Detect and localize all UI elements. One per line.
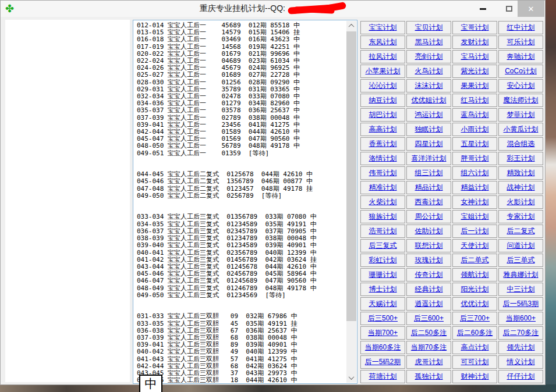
- plan-button-link[interactable]: 当期700+: [368, 328, 398, 338]
- plan-button-link[interactable]: 混合组选: [507, 139, 535, 149]
- plan-button[interactable]: 后三500+: [360, 312, 405, 325]
- plan-button-link[interactable]: 优优计划: [461, 299, 489, 309]
- plan-button-link[interactable]: 专家计划: [507, 212, 535, 222]
- plan-button[interactable]: 优优计划: [452, 297, 497, 311]
- plan-button[interactable]: 精准计划: [360, 181, 405, 194]
- plan-button[interactable]: 优优姐计划: [406, 94, 451, 107]
- plan-button[interactable]: 天使计划: [452, 239, 497, 252]
- plan-button[interactable]: 蓝鸟计划: [452, 108, 497, 122]
- plan-button-link[interactable]: 后三700+: [460, 313, 490, 323]
- plan-button-link[interactable]: 沫沫计划: [415, 81, 443, 91]
- plan-button-link[interactable]: 洛情计划: [369, 154, 397, 163]
- plan-button-link[interactable]: 精致计划: [507, 168, 535, 178]
- plan-button-link[interactable]: 魔法师计划: [504, 95, 539, 105]
- plan-button[interactable]: 后二70多注: [498, 326, 543, 340]
- plan-button[interactable]: 情义计划: [498, 355, 543, 369]
- plan-button[interactable]: 逍遥计划: [406, 297, 451, 311]
- plan-button[interactable]: 后三单式: [498, 254, 543, 267]
- plan-button-link[interactable]: 紫光计划: [461, 66, 489, 76]
- plan-button[interactable]: 小苹果计划: [360, 65, 405, 78]
- plan-button[interactable]: 火影计划: [498, 195, 543, 209]
- plan-button[interactable]: 后三700+: [452, 312, 497, 325]
- plan-button-link[interactable]: 佐助计划: [415, 226, 443, 236]
- plan-button[interactable]: 宝宝计划: [360, 21, 405, 34]
- plan-button[interactable]: 浩哥计划: [360, 224, 405, 238]
- plan-button-link[interactable]: 红中计划: [507, 23, 535, 33]
- plan-button[interactable]: 拉风计划: [360, 50, 405, 63]
- plan-button-link[interactable]: 宝宝计划: [369, 23, 397, 33]
- plan-button-link[interactable]: 博士计划: [369, 284, 397, 294]
- plan-button-link[interactable]: 纳豆计划: [369, 95, 397, 105]
- plan-button[interactable]: 后二60多注: [452, 326, 497, 340]
- plan-button-link[interactable]: 后三500+: [368, 313, 398, 323]
- plan-button-link[interactable]: 精准计划: [369, 183, 397, 193]
- plan-button[interactable]: 精品计划: [406, 181, 451, 194]
- plan-button[interactable]: 亮剑计划: [406, 50, 451, 63]
- plan-button-link[interactable]: 宝马计划: [461, 52, 489, 62]
- plan-button-link[interactable]: 雅典娜计划: [504, 270, 539, 280]
- scroll-up-button[interactable]: [346, 21, 356, 31]
- plan-button-link[interactable]: 问道计划: [507, 241, 535, 251]
- plan-button-link[interactable]: 胡巴计划: [369, 110, 397, 120]
- plan-button[interactable]: 宝贝计划: [406, 21, 451, 34]
- plan-button[interactable]: 小雨计划: [452, 123, 497, 136]
- plan-button-link[interactable]: 喜洋洋计划: [412, 154, 447, 163]
- plan-output-panel[interactable]: 012-014 宝宝人工后一 45689 012期 85518 中 013-01…: [133, 20, 357, 384]
- plan-button-link[interactable]: 梦菲计划: [507, 110, 535, 120]
- plan-button[interactable]: 彩王计划: [498, 152, 543, 165]
- plan-button[interactable]: 女神计划: [452, 195, 497, 209]
- plan-button[interactable]: 阳光计划: [452, 283, 497, 296]
- plan-button-link[interactable]: 联想计划: [415, 241, 443, 251]
- titlebar[interactable]: ✤ 重庆专业挂机计划--QQ: ✕: [1, 1, 545, 17]
- minimize-button[interactable]: [474, 1, 491, 17]
- scrollbar[interactable]: [346, 21, 356, 383]
- plan-button[interactable]: 天赐计划: [360, 297, 405, 311]
- plan-button-link[interactable]: 西毒计划: [415, 197, 443, 207]
- plan-button[interactable]: 问道计划: [498, 239, 543, 252]
- plan-button-link[interactable]: 天赐计划: [369, 299, 397, 309]
- plan-button-link[interactable]: 当期600+: [506, 313, 536, 323]
- plan-button-link[interactable]: 独眠计划: [415, 124, 443, 134]
- plan-button[interactable]: 西毒计划: [406, 195, 451, 209]
- plan-button[interactable]: 后三复式: [360, 239, 405, 252]
- plan-button[interactable]: 珊珊计划: [360, 268, 405, 281]
- plan-button[interactable]: 混合组选: [498, 137, 543, 151]
- plan-button-link[interactable]: 后二60多注: [457, 328, 493, 338]
- plan-button[interactable]: 独眠计划: [406, 123, 451, 136]
- plan-button-link[interactable]: 宝哥计划: [461, 23, 489, 33]
- plan-button-link[interactable]: 中三计划: [507, 284, 535, 294]
- plan-button-link[interactable]: 后一5码2期: [365, 357, 401, 367]
- plan-button[interactable]: 后二单式: [452, 254, 497, 267]
- plan-button[interactable]: 周公计划: [406, 210, 451, 223]
- plan-button[interactable]: 后三600+: [406, 312, 451, 325]
- plan-button[interactable]: 中三计划: [498, 283, 543, 296]
- plan-button-link[interactable]: 可可计划: [461, 357, 489, 367]
- plan-button[interactable]: 胖哥计划: [452, 152, 497, 165]
- plan-button-link[interactable]: 战神计划: [507, 183, 535, 193]
- plan-button[interactable]: 安心计划: [498, 79, 543, 92]
- plan-button[interactable]: 五星计划: [452, 137, 497, 151]
- history-list-panel[interactable]: [5, 20, 130, 382]
- plan-button-link[interactable]: 安心计划: [507, 81, 535, 91]
- plan-button-link[interactable]: 可乐计划: [507, 37, 535, 47]
- plan-button[interactable]: CoCo计划: [498, 65, 543, 78]
- plan-button-link[interactable]: 高点计划: [461, 343, 489, 352]
- plan-button-link[interactable]: 火柴计划: [369, 197, 397, 207]
- plan-button[interactable]: 可可计划: [452, 355, 497, 369]
- plan-button[interactable]: 专家计划: [498, 210, 543, 223]
- plan-button-link[interactable]: 后三600+: [414, 313, 444, 323]
- plan-button[interactable]: 后一5码2期: [360, 355, 405, 369]
- plan-button-link[interactable]: 四星计划: [415, 139, 443, 149]
- plan-button[interactable]: 博士计划: [360, 283, 405, 296]
- plan-button-link[interactable]: 五星计划: [461, 139, 489, 149]
- plan-button[interactable]: 后二复式: [498, 224, 543, 238]
- plan-button[interactable]: 仔仔计划: [498, 370, 543, 383]
- plan-button-link[interactable]: 优优姐计划: [412, 95, 447, 105]
- plan-button-link[interactable]: 蓝鸟计划: [461, 110, 489, 120]
- plan-button[interactable]: 洛情计划: [360, 152, 405, 165]
- plan-button-link[interactable]: 孤独计划: [415, 372, 443, 382]
- scroll-down-button[interactable]: [346, 373, 356, 383]
- plan-button-link[interactable]: 沁沁计划: [369, 81, 397, 91]
- plan-button-link[interactable]: 火鸟计划: [415, 66, 443, 76]
- plan-button-link[interactable]: 黑马计划: [415, 37, 443, 47]
